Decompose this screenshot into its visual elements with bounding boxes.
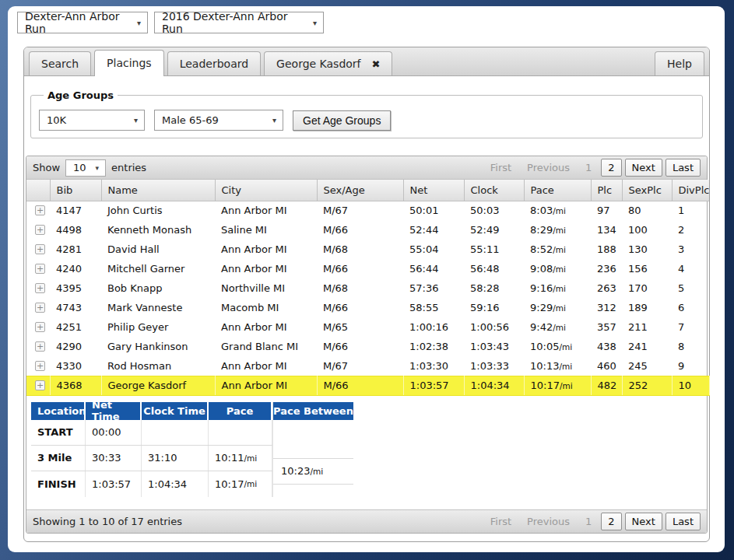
race-select-value: Dexter-Ann Arbor Run <box>25 10 129 35</box>
expand-row-button[interactable]: + <box>35 283 45 293</box>
expand-row-button[interactable]: + <box>35 361 45 371</box>
tab-search-label: Search <box>41 58 79 70</box>
expand-row-button[interactable]: + <box>35 205 45 215</box>
column-header-clock[interactable]: Clock <box>464 180 524 201</box>
split-cell-clock: 31:10 <box>142 446 209 471</box>
table-row[interactable]: +4147John CurtisAnn Arbor MIM/6750:0150:… <box>26 201 709 220</box>
cell-pace: 9:29/mi <box>524 298 591 317</box>
cell-city: Ann Arbor MI <box>215 201 317 220</box>
table-row[interactable]: +4395Bob KnappNorthville MIM/6857:3658:2… <box>26 278 709 298</box>
column-header-name[interactable]: Name <box>101 180 215 201</box>
show-entries-control: Show 10 ▾ entries <box>33 159 146 177</box>
event-year-select-value: 2016 Dexter-Ann Arbor Run <box>162 10 305 35</box>
cell-name: Rod Hosman <box>101 356 215 376</box>
close-icon[interactable]: ✖ <box>372 58 381 70</box>
chevron-down-icon: ▾ <box>313 19 317 27</box>
cell-plc: 188 <box>591 240 622 259</box>
pagination-next-button[interactable]: Next <box>625 159 662 177</box>
cell-bib: 4147 <box>50 201 101 220</box>
pagination-2-button[interactable]: 2 <box>601 159 621 177</box>
cell-divplc: 9 <box>672 356 709 376</box>
cell-name: John Curtis <box>101 201 215 220</box>
cell-sexage: M/66 <box>317 220 403 240</box>
cell-bib: 4330 <box>50 356 101 376</box>
table-controls-bar: Show 10 ▾ entries FirstPrevious12NextLas… <box>26 156 707 180</box>
pace-unit: /mi <box>553 245 566 254</box>
column-header-bib[interactable]: Bib <box>50 180 101 201</box>
cell-expand: + <box>26 201 50 220</box>
column-header-city[interactable]: City <box>215 180 317 201</box>
table-row[interactable]: +4743Mark VannesteMacomb MIM/6658:5559:1… <box>26 298 709 317</box>
expand-row-button[interactable]: + <box>35 303 45 313</box>
cell-clock: 55:11 <box>464 240 524 259</box>
table-row[interactable]: +4240Mitchell GarnerAnn Arbor MIM/6656:4… <box>26 259 709 278</box>
column-header-sex-age[interactable]: Sex/Age <box>317 180 403 201</box>
cell-divplc: 3 <box>672 240 709 259</box>
cell-divplc: 10 <box>672 376 709 395</box>
expand-row-button[interactable]: + <box>35 264 45 274</box>
race-select[interactable]: Dexter-Ann Arbor Run ▾ <box>17 12 148 33</box>
cell-expand: + <box>26 337 50 356</box>
cell-plc: 357 <box>591 317 622 337</box>
expand-row-button[interactable]: + <box>35 322 45 332</box>
pagination-2-button[interactable]: 2 <box>601 513 621 530</box>
table-row[interactable]: +4281David HallAnn Arbor MIM/6855:0455:1… <box>26 240 709 259</box>
distance-select-value: 10K <box>47 114 66 126</box>
cell-clock: 59:16 <box>464 298 524 317</box>
page-size-select[interactable]: 10 ▾ <box>65 159 106 177</box>
split-cell-net: 00:00 <box>86 420 142 445</box>
cell-bib: 4251 <box>50 317 101 337</box>
tab-placings[interactable]: Placings <box>94 50 164 76</box>
cell-bib: 4281 <box>50 240 101 259</box>
expand-row-button[interactable]: + <box>35 380 45 390</box>
column-header-net[interactable]: Net <box>403 180 464 201</box>
cell-plc: 482 <box>591 376 622 395</box>
cell-name: Philip Geyer <box>101 317 215 337</box>
expand-row-button[interactable]: + <box>35 225 45 235</box>
table-header-row: BibNameCitySex/AgeNetClockPacePlcSexPlcD… <box>26 180 709 201</box>
cell-sexage: M/65 <box>317 317 403 337</box>
cell-divplc: 4 <box>672 259 709 278</box>
expand-row-button[interactable]: + <box>35 244 45 254</box>
column-header-sexplc[interactable]: SexPlc <box>622 180 672 201</box>
table-row[interactable]: +4498Kenneth MonashSaline MIM/6652:4452:… <box>26 220 709 240</box>
pace-unit: /mi <box>559 362 572 371</box>
table-row[interactable]: +4330Rod HosmanAnn Arbor MIM/671:03:301:… <box>26 356 709 376</box>
cell-bib: 4498 <box>50 220 101 240</box>
pagination-bottom: FirstPrevious12NextLast <box>484 513 701 530</box>
expand-row-button[interactable]: + <box>35 341 45 352</box>
table-row-highlighted[interactable]: +4368George KasdorfAnn Arbor MIM/661:03:… <box>26 376 709 395</box>
column-header-divplc[interactable]: DivPlc <box>672 180 709 201</box>
cell-divplc: 6 <box>672 298 709 317</box>
column-header-pace[interactable]: Pace <box>524 180 591 201</box>
column-header-plc[interactable]: Plc <box>591 180 622 201</box>
split-row-3-mile: 3 Mile30:3331:1010:11 /mi <box>31 446 272 471</box>
pagination-next-button[interactable]: Next <box>625 513 662 530</box>
cell-sexplc: 170 <box>622 278 672 298</box>
pace-between-header: Pace Between <box>273 402 353 420</box>
tab-george-kasdorf[interactable]: George Kasdorf ✖ <box>264 51 392 75</box>
table-row[interactable]: +4290Gary HankinsonGrand Blanc MIM/661:0… <box>26 337 709 356</box>
pagination-last-button[interactable]: Last <box>666 159 701 177</box>
cell-clock: 1:00:56 <box>464 317 524 337</box>
table-row[interactable]: +4251Philip GeyerAnn Arbor MIM/651:00:16… <box>26 317 709 337</box>
tabs-widget: Search Placings Leaderboard George Kasdo… <box>23 47 710 542</box>
tab-bar: Search Placings Leaderboard George Kasdo… <box>24 47 709 76</box>
cell-plc: 263 <box>591 278 622 298</box>
tab-help[interactable]: Help <box>655 51 704 75</box>
pagination-last-button[interactable]: Last <box>666 513 701 530</box>
tab-search[interactable]: Search <box>29 51 91 75</box>
get-age-groups-button[interactable]: Get Age Groups <box>293 110 391 131</box>
column-header-expand[interactable] <box>26 180 50 201</box>
cell-bib: 4368 <box>50 376 101 395</box>
event-year-select[interactable]: 2016 Dexter-Ann Arbor Run ▾ <box>154 12 324 33</box>
cell-plc: 312 <box>591 298 622 317</box>
division-select[interactable]: Male 65-69 ▾ <box>154 110 283 131</box>
split-row-finish: FINISH1:03:571:04:3410:17 /mi <box>31 471 272 497</box>
tab-leaderboard[interactable]: Leaderboard <box>167 51 261 75</box>
distance-select[interactable]: 10K ▾ <box>39 110 145 131</box>
cell-pace: 9:08/mi <box>524 259 591 278</box>
cell-divplc: 2 <box>672 220 709 240</box>
cell-sexplc: 211 <box>622 317 672 337</box>
cell-expand: + <box>26 356 50 376</box>
